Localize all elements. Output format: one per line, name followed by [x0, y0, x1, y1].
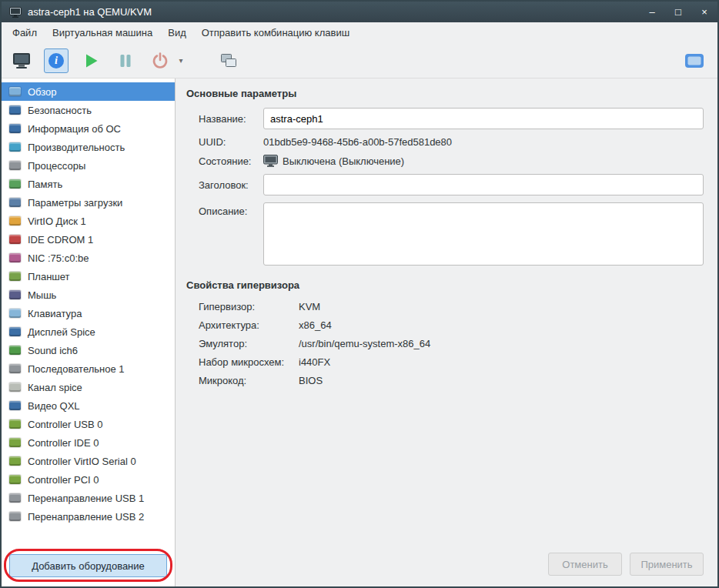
sidebar-item[interactable]: VirtIO Диск 1 [2, 212, 175, 230]
sidebar-item-label: Параметры загрузки [28, 197, 122, 209]
sidebar-item[interactable]: Параметры загрузки [2, 193, 175, 212]
fullscreen-button[interactable] [682, 48, 707, 73]
menu-item[interactable]: Отправить комбинацию клавиш [202, 27, 349, 38]
title-input[interactable] [263, 174, 704, 195]
action-footer: Отменить Применить [186, 553, 704, 576]
sidebar-item-label: Производительность [28, 142, 125, 153]
run-button[interactable] [79, 48, 103, 73]
sidebar-item[interactable]: Sound ich6 [2, 341, 175, 359]
sidebar-item-label: Controller IDE 0 [28, 437, 99, 449]
cancel-button[interactable]: Отменить [548, 553, 622, 576]
sidebar-item-icon [9, 364, 21, 373]
hypervisor-label: Набор микросхем: [199, 356, 299, 368]
hypervisor-value: i440FX [299, 356, 704, 368]
sidebar-item[interactable]: Процессоры [2, 156, 175, 175]
sidebar-item-icon [9, 124, 21, 133]
sidebar-item[interactable]: IDE CDROM 1 [2, 230, 175, 249]
sidebar-item-label: Controller VirtIO Serial 0 [28, 456, 136, 467]
close-button[interactable]: × [699, 6, 710, 18]
sidebar-item[interactable]: Перенаправление USB 1 [2, 489, 175, 507]
sidebar-item[interactable]: Последовательное 1 [2, 359, 175, 378]
shutdown-button[interactable] [148, 48, 172, 73]
menu-item[interactable]: Виртуальная машина [52, 27, 152, 38]
add-hardware-button[interactable]: Добавить оборудование [9, 554, 167, 577]
sidebar-item-label: Перенаправление USB 2 [28, 511, 144, 523]
basic-params-form: Название: UUID: 01bdb5e9-9468-45b6-a00b-… [186, 108, 704, 266]
maximize-button[interactable]: □ [673, 6, 684, 18]
sidebar-item[interactable]: Планшет [2, 267, 175, 286]
hypervisor-row: Архитектура: x86_64 [199, 319, 704, 331]
console-button[interactable] [9, 48, 34, 73]
sidebar-item[interactable]: Controller IDE 0 [2, 433, 175, 452]
uuid-label: UUID: [199, 136, 263, 148]
state-value: Выключена (Выключение) [283, 155, 404, 167]
titlebar[interactable]: astra-ceph1 на QEMU/KVM – □ × [2, 2, 717, 22]
sidebar-item-icon [9, 419, 21, 429]
details-button[interactable]: i [44, 48, 69, 73]
snapshots-icon [220, 53, 237, 68]
hypervisor-row: Набор микросхем: i440FX [199, 356, 704, 368]
sidebar-item-label: Последовательное 1 [28, 363, 125, 375]
sidebar-item-icon [9, 309, 21, 318]
sidebar-item-label: IDE CDROM 1 [28, 234, 93, 246]
sidebar-item[interactable]: Память [2, 175, 175, 193]
hypervisor-label: Архитектура: [199, 319, 299, 331]
sidebar-item-icon [9, 290, 21, 299]
hypervisor-value: x86_64 [299, 319, 704, 331]
minimize-button[interactable]: – [647, 6, 657, 18]
sidebar-item-label: Перенаправление USB 1 [28, 493, 144, 504]
sidebar-item-label: Клавиатура [28, 308, 82, 319]
apply-button[interactable]: Применить [630, 553, 704, 576]
content-area: Обзор Безопасность Информация об ОС [2, 79, 717, 586]
sidebar-item[interactable]: Controller USB 0 [2, 415, 175, 433]
sidebar-item-label: Канал spice [28, 382, 82, 393]
virt-manager-window: astra-ceph1 на QEMU/KVM – □ × Файл Вирту… [0, 0, 719, 588]
sidebar-item-icon [9, 383, 21, 392]
sidebar-item-icon [9, 475, 21, 484]
sidebar-item-label: Обзор [28, 86, 57, 98]
sidebar-item-label: Мышь [28, 289, 56, 301]
sidebar-item[interactable]: NIC :75:c0:be [2, 249, 175, 267]
sidebar-item-icon [9, 456, 21, 466]
menu-item[interactable]: Вид [168, 27, 186, 38]
hypervisor-row: Микрокод: BIOS [199, 375, 704, 386]
sidebar-item[interactable]: Обзор [2, 82, 175, 101]
sidebar-item[interactable]: Controller PCI 0 [2, 470, 175, 489]
sidebar-item-label: Controller PCI 0 [28, 474, 99, 486]
snapshots-button[interactable] [216, 48, 241, 73]
sidebar-item[interactable]: Канал spice [2, 378, 175, 396]
hypervisor-title: Свойства гипервизора [186, 279, 704, 291]
sidebar-item-label: Планшет [28, 271, 70, 282]
sidebar-item-icon [9, 438, 21, 447]
hypervisor-value: /usr/bin/qemu-system-x86_64 [299, 338, 704, 349]
hypervisor-value: KVM [299, 301, 704, 312]
hypervisor-label: Микрокод: [199, 375, 299, 386]
name-input[interactable] [263, 108, 704, 129]
hypervisor-label: Гипервизор: [199, 301, 299, 312]
shutdown-menu-button[interactable]: ▾ [176, 56, 186, 65]
details-panel: Основные параметры Название: UUID: 01bdb… [176, 79, 717, 586]
pause-button[interactable] [113, 48, 138, 73]
sidebar-item[interactable]: Мышь [2, 286, 175, 304]
sidebar-item-icon [9, 512, 21, 521]
sidebar-item[interactable]: Controller VirtIO Serial 0 [2, 452, 175, 470]
sidebar-item-icon [9, 272, 21, 281]
uuid-value: 01bdb5e9-9468-45b6-a00b-57fed581de80 [263, 136, 704, 148]
sidebar-item-icon [9, 493, 21, 503]
sidebar-item[interactable]: Информация об ОС [2, 119, 175, 138]
add-hardware-area: Добавить оборудование [2, 546, 175, 586]
sidebar-item[interactable]: Производительность [2, 138, 175, 156]
chevron-down-icon: ▾ [179, 56, 182, 65]
sidebar-item-label: Controller USB 0 [28, 419, 103, 430]
sidebar-item[interactable]: Видео QXL [2, 396, 175, 415]
menu-item[interactable]: Файл [12, 27, 37, 38]
description-textarea[interactable] [263, 202, 704, 266]
info-icon: i [48, 53, 64, 68]
sidebar-item[interactable]: Клавиатура [2, 304, 175, 322]
sidebar-item-label: NIC :75:c0:be [28, 252, 89, 264]
sidebar-item[interactable]: Дисплей Spice [2, 322, 175, 341]
sidebar-item[interactable]: Перенаправление USB 2 [2, 507, 175, 526]
sidebar-item[interactable]: Безопасность [2, 101, 175, 119]
hardware-list: Обзор Безопасность Информация об ОС [2, 79, 175, 546]
hypervisor-details: Гипервизор: KVM Архитектура: x86_64 Эмул… [186, 301, 704, 386]
